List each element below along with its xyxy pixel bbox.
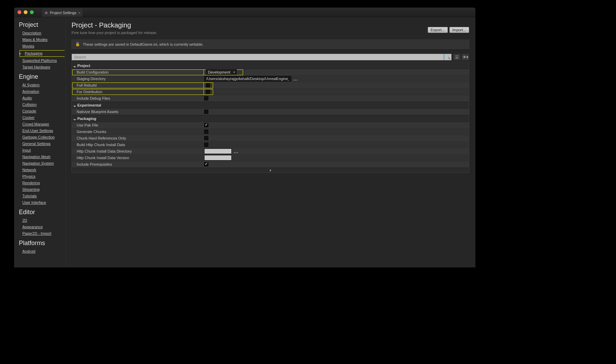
browse-http-dir-icon[interactable]: ... <box>234 149 239 154</box>
list-view-icon[interactable]: ☰ <box>453 54 461 60</box>
label-prereq: Include Prerequisites <box>72 162 204 166</box>
sidebar-item-cooker[interactable]: Cooker <box>22 115 65 120</box>
checkbox-gen-chunks[interactable] <box>204 130 208 134</box>
window-controls <box>14 10 37 14</box>
sidebar-group-engine: Engine <box>19 73 65 80</box>
row-staging-directory: Staging Directory ... <box>72 76 469 82</box>
checkbox-chunk-hard[interactable] <box>204 136 208 140</box>
sidebar-item-console[interactable]: Console <box>22 109 65 114</box>
sidebar-item-android[interactable]: Android <box>22 249 65 254</box>
sidebar-item-audio[interactable]: Audio <box>22 96 65 101</box>
gear-icon: ⚙ <box>45 11 48 15</box>
sidebar-item-tutorials[interactable]: Tutorials <box>22 194 65 199</box>
sidebar-item-general-settings[interactable]: General Settings <box>22 141 65 146</box>
close-window-icon[interactable] <box>18 10 21 14</box>
project-settings-window: ⚙ Project Settings × Project Description… <box>14 8 475 267</box>
sidebar-item-collision[interactable]: Collision <box>22 102 65 107</box>
minimize-window-icon[interactable] <box>24 10 28 14</box>
sidebar-item-movies[interactable]: Movies <box>22 44 65 49</box>
sidebar-item-appearance[interactable]: Appearance <box>22 224 65 230</box>
sidebar-item-navigation-mesh[interactable]: Navigation Mesh <box>22 154 65 159</box>
label-use-pak: Use Pak File <box>72 123 204 127</box>
sidebar-item-network[interactable]: Network <box>22 167 65 173</box>
sidebar-item-2d[interactable]: 2D <box>22 218 65 223</box>
input-http-ver[interactable] <box>204 155 232 161</box>
search-input[interactable] <box>72 54 444 60</box>
label-full-rebuild: Full Rebuild <box>72 82 204 88</box>
tab-label: Project Settings <box>50 11 76 15</box>
properties-panel: Project Build Configuration Development … <box>72 62 469 173</box>
label-http-dir: Http Chunk Install Data Directory <box>72 149 204 153</box>
checkbox-nativize[interactable] <box>204 110 208 114</box>
row-http-chunk-version: Http Chunk Install Data Version <box>72 155 469 161</box>
browse-staging-directory-icon[interactable]: ... <box>293 76 298 81</box>
sidebar-item-input[interactable]: Input <box>22 148 65 153</box>
label-build-http: Build Http Chunk Install Data <box>72 143 204 147</box>
expand-advanced-icon[interactable]: ▾ <box>72 168 469 173</box>
row-include-prerequisites: Include Prerequisites <box>72 161 469 168</box>
sidebar-item-crowd-manager[interactable]: Crowd Manager <box>22 122 65 127</box>
unlock-icon: 🔓 <box>75 42 80 46</box>
export-button[interactable]: Export... <box>428 27 448 33</box>
label-http-ver: Http Chunk Install Data Version <box>72 156 204 160</box>
sidebar-group-project: Project <box>19 21 65 29</box>
titlebar: ⚙ Project Settings × <box>14 8 475 17</box>
sidebar-item-physics[interactable]: Physics <box>22 174 65 179</box>
sidebar-item-ai-system[interactable]: AI System <box>22 82 65 88</box>
dropdown-build-configuration[interactable]: Development <box>206 69 237 75</box>
search-bar: 🔍 ☰ 👁▾ <box>72 54 469 60</box>
sidebar-item-rendering[interactable]: Rendering <box>22 180 65 186</box>
row-build-configuration: Build Configuration Development <box>72 69 469 76</box>
checkbox-full-rebuild[interactable] <box>206 83 210 87</box>
import-button[interactable]: Import... <box>449 27 469 33</box>
row-build-http-chunk: Build Http Chunk Install Data <box>72 142 469 148</box>
content-area: Project - Packaging Fine tune how your p… <box>65 17 475 267</box>
page-title: Project - Packaging <box>72 21 469 29</box>
sidebar-item-user-interface[interactable]: User Interface <box>22 200 65 205</box>
row-use-pak-file: Use Pak File <box>72 122 469 129</box>
label-nativize: Nativize Blueprint Assets <box>72 110 204 114</box>
sidebar-item-target-hardware[interactable]: Target Hardware <box>22 65 65 70</box>
label-gen-chunks: Generate Chunks <box>72 130 204 134</box>
row-chunk-hard-refs: Chunk Hard References Only <box>72 135 469 142</box>
sidebar-item-streaming[interactable]: Streaming <box>22 187 65 192</box>
row-generate-chunks: Generate Chunks <box>72 129 469 135</box>
row-http-chunk-dir: Http Chunk Install Data Directory ... <box>72 148 469 155</box>
sidebar-item-animation[interactable]: Animation <box>22 89 65 94</box>
row-include-debug-files: Include Debug Files <box>72 95 469 102</box>
section-packaging[interactable]: Packaging <box>72 115 469 122</box>
label-build-configuration: Build Configuration <box>72 69 204 75</box>
checkbox-include-debug[interactable] <box>204 96 208 100</box>
sidebar-item-packaging[interactable]: Packaging <box>20 50 65 57</box>
info-banner: 🔓 These settings are saved in DefaultGam… <box>72 40 469 49</box>
checkbox-for-distribution[interactable] <box>206 90 210 94</box>
section-experimental[interactable]: Experimental <box>72 102 469 109</box>
label-for-distribution: For Distribution <box>72 89 204 95</box>
sidebar: Project Description Maps & Modes Movies … <box>14 17 65 267</box>
sidebar-item-supported-platforms[interactable]: Supported Platforms <box>22 58 65 63</box>
section-project[interactable]: Project <box>72 62 469 69</box>
sidebar-item-maps-modes[interactable]: Maps & Modes <box>22 37 65 42</box>
eye-filter-icon[interactable]: 👁▾ <box>462 54 469 60</box>
input-staging-directory[interactable] <box>204 76 291 81</box>
checkbox-use-pak[interactable] <box>204 123 208 127</box>
sidebar-item-navigation-system[interactable]: Navigation System <box>22 161 65 166</box>
maximize-window-icon[interactable] <box>30 10 34 14</box>
row-for-distribution: For Distribution <box>72 89 469 95</box>
input-http-dir[interactable] <box>204 148 232 154</box>
label-staging-directory: Staging Directory <box>72 77 204 81</box>
sidebar-item-paper2d-import[interactable]: Paper2D - Import <box>22 231 65 236</box>
close-tab-icon[interactable]: × <box>78 11 80 15</box>
search-icon[interactable]: 🔍 <box>444 54 452 60</box>
page-subtitle: Fine tune how your project is packaged f… <box>72 31 469 35</box>
checkbox-build-http[interactable] <box>204 143 208 147</box>
checkbox-prereq[interactable] <box>204 162 208 166</box>
label-chunk-hard: Chunk Hard References Only <box>72 136 204 140</box>
sidebar-item-description[interactable]: Description <box>22 31 65 36</box>
info-text: These settings are saved in DefaultGame.… <box>83 42 204 46</box>
sidebar-group-platforms: Platforms <box>19 240 65 247</box>
tab-project-settings[interactable]: ⚙ Project Settings × <box>42 9 82 17</box>
sidebar-item-end-user-settings[interactable]: End-User Settings <box>22 128 65 133</box>
sidebar-item-garbage-collection[interactable]: Garbage Collection <box>22 135 65 140</box>
label-include-debug: Include Debug Files <box>72 96 204 100</box>
